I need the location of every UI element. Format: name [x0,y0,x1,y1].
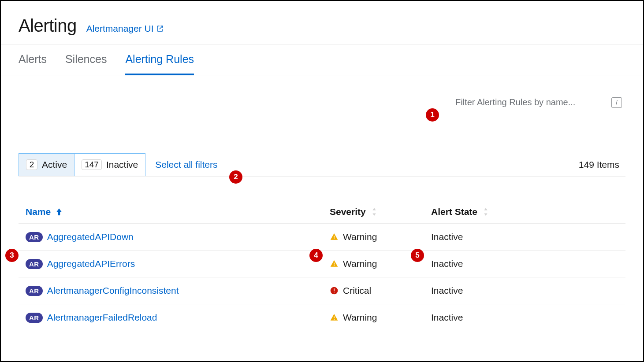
tab-silences[interactable]: Silences [65,45,107,75]
state-filter-group: 2 Active 147 Inactive [19,153,145,176]
severity-label: Warning [343,232,377,242]
severity-label: Warning [343,312,377,323]
resource-badge: AR [26,259,43,269]
svg-rect-1 [334,238,335,239]
warning-icon [330,233,339,241]
column-severity[interactable]: Severity [330,207,431,217]
page-title: Alerting [19,16,77,36]
table-row: AR AlertmanagerConfigInconsistent Critic… [19,277,625,304]
filter-active-label: Active [42,159,67,170]
tab-alerting-rules[interactable]: Alerting Rules [125,45,194,75]
column-alert-state-label: Alert State [431,207,477,217]
state-label: Inactive [431,259,625,269]
state-label: Inactive [431,232,625,242]
svg-rect-0 [334,236,335,238]
column-severity-label: Severity [330,207,366,217]
warning-icon [330,259,339,268]
alertmanager-ui-link[interactable]: Alertmanager UI [86,23,164,34]
resource-badge: AR [26,313,43,323]
alertmanager-ui-link-label: Alertmanager UI [86,23,154,34]
page-header: Alerting Alertmanager UI [1,1,643,44]
item-count: 149 Items [579,153,625,176]
resource-badge: AR [26,232,43,242]
filter-input[interactable] [449,92,625,113]
select-all-filters-link[interactable]: Select all filters [145,153,217,176]
state-label: Inactive [431,312,625,323]
rules-table: Name Severity Alert State AR [19,201,625,331]
table-row: AR AlertmanagerFailedReload Warning Inac… [19,304,625,331]
severity-label: Critical [343,285,371,296]
filter-active[interactable]: 2 Active [19,154,74,176]
svg-rect-5 [334,288,335,291]
state-label: Inactive [431,285,625,296]
callout-3: 3 [5,249,19,262]
table-row: AR AggregatedAPIDown Warning Inactive [19,224,625,251]
callout-4: 4 [309,249,323,262]
sort-icon [371,208,377,216]
filter-active-count: 2 [26,159,37,170]
rule-link[interactable]: AggregatedAPIErrors [47,259,135,269]
svg-rect-2 [334,263,335,265]
filter-inactive[interactable]: 147 Inactive [74,154,145,176]
svg-rect-3 [334,265,335,266]
tab-alerts[interactable]: Alerts [19,45,47,75]
svg-rect-6 [334,292,335,293]
callout-2: 2 [229,170,242,184]
rule-link[interactable]: AlertmanagerFailedReload [47,312,157,323]
table-header: Name Severity Alert State [19,201,625,224]
filter-inactive-count: 147 [82,159,102,170]
external-link-icon [156,25,164,32]
critical-icon [330,286,339,295]
resource-badge: AR [26,286,43,296]
column-name-label: Name [26,207,51,217]
keyboard-shortcut-badge: / [611,97,622,108]
rule-link[interactable]: AlertmanagerConfigInconsistent [47,285,179,296]
svg-rect-8 [334,319,335,320]
column-name[interactable]: Name [26,207,330,217]
tabs: Alerts Silences Alerting Rules [1,44,643,75]
warning-icon [330,313,339,322]
severity-label: Warning [343,259,377,269]
svg-rect-7 [334,317,335,318]
filter-toolbar: 2 Active 147 Inactive Select all filters… [19,153,625,177]
callout-5: 5 [411,249,424,262]
filter-inactive-label: Inactive [106,159,138,170]
filter-row: / [1,75,643,113]
callout-1: 1 [426,108,439,122]
sort-asc-icon [56,208,62,216]
sort-icon [483,208,489,216]
column-alert-state[interactable]: Alert State [431,207,625,217]
search-wrap: / [449,92,625,113]
rule-link[interactable]: AggregatedAPIDown [47,232,134,242]
